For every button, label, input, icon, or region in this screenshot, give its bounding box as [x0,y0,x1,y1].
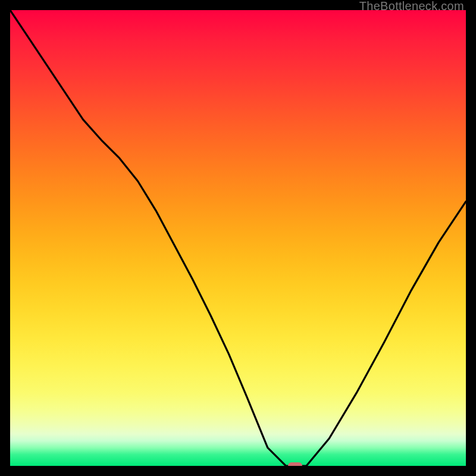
chart-curve-layer [10,10,466,466]
plot-area [10,10,466,466]
bottleneck-curve [10,10,466,466]
chart-frame: TheBottleneck.com [0,0,476,476]
optimal-marker [288,462,302,466]
